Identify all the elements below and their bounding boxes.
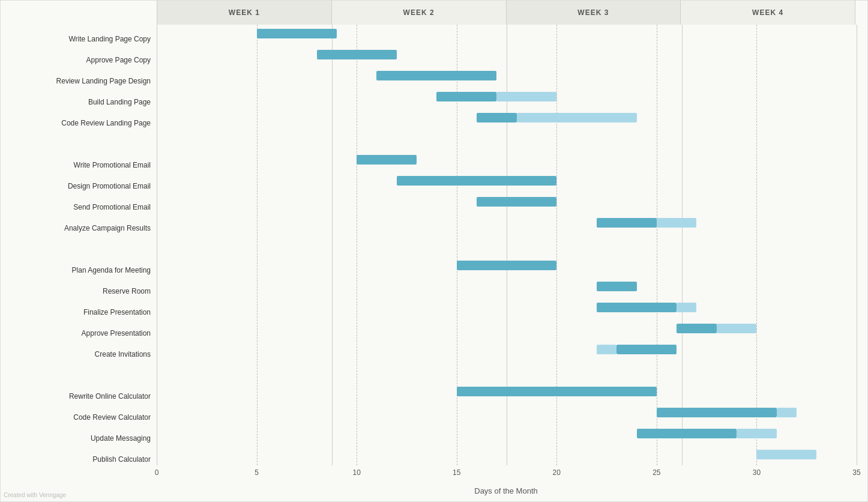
- task-labels: Write Landing Page CopyApprove Page Copy…: [1, 25, 157, 465]
- task-label: Code Review Landing Page: [61, 119, 151, 127]
- gantt-bar: [496, 92, 556, 101]
- x-axis-label: 20: [553, 468, 561, 477]
- gantt-bar: [436, 92, 496, 101]
- gantt-bar: [477, 113, 517, 122]
- task-label: Code Review Calculator: [73, 414, 151, 421]
- week-header-1: WEEK 1: [157, 1, 332, 25]
- grid-line-solid: [682, 25, 683, 465]
- gantt-bar: [257, 29, 337, 38]
- gantt-bar: [677, 303, 696, 312]
- chart-area: [157, 25, 855, 465]
- gantt-bar: [737, 429, 777, 438]
- gantt-bar: [657, 408, 777, 417]
- task-label: Design Promotional Email: [68, 183, 151, 190]
- gantt-bar: [657, 218, 697, 228]
- task-label: Rewrite Online Calculator: [69, 393, 151, 400]
- gantt-bar: [597, 345, 616, 354]
- grid-line-solid: [507, 25, 507, 465]
- gantt-bar: [677, 324, 717, 333]
- grid-line-dashed: [556, 25, 557, 465]
- x-axis-label: 0: [155, 468, 159, 477]
- grid-line-dashed: [357, 25, 357, 465]
- gantt-bar: [457, 387, 657, 396]
- task-label: Approve Page Copy: [86, 56, 151, 64]
- gantt-bar: [597, 282, 637, 291]
- x-axis-title: Days of the Month: [157, 486, 855, 495]
- gantt-bar: [637, 429, 737, 438]
- gantt-bar: [477, 197, 556, 207]
- x-axis-label: 35: [852, 468, 860, 477]
- grid-line-dashed: [657, 25, 657, 465]
- gantt-chart: WEEK 1WEEK 2WEEK 3WEEK 4 Write Landing P…: [0, 0, 868, 502]
- week-header-2: WEEK 2: [332, 1, 507, 25]
- gantt-bar: [317, 50, 397, 59]
- x-axis-label: 5: [255, 468, 259, 477]
- gantt-bar: [717, 324, 757, 333]
- task-label: Update Messaging: [91, 435, 151, 442]
- task-label: Publish Calculator: [92, 456, 151, 463]
- grid-line-dashed: [257, 25, 258, 465]
- week-header-3: WEEK 3: [507, 1, 681, 25]
- task-label: Review Landing Page Design: [56, 77, 151, 85]
- week-header-4: WEEK 4: [681, 1, 855, 25]
- gantt-bar: [597, 218, 657, 228]
- x-axis-label: 30: [753, 468, 761, 477]
- task-label: Write Landing Page Copy: [68, 35, 151, 43]
- grid-line-solid: [157, 25, 157, 465]
- grid-line-dashed: [756, 25, 757, 465]
- gantt-bar: [616, 345, 677, 354]
- task-label: Approve Presentation: [82, 330, 151, 337]
- x-axis-label: 15: [453, 468, 460, 477]
- gantt-bar: [457, 261, 557, 270]
- grid-line-dashed: [457, 25, 457, 465]
- gantt-bar: [517, 113, 637, 122]
- gantt-bar: [397, 176, 557, 186]
- week-headers: WEEK 1WEEK 2WEEK 3WEEK 4: [157, 1, 855, 25]
- gantt-bar: [597, 303, 677, 312]
- task-label: Finalize Presentation: [83, 309, 151, 316]
- gantt-bar: [357, 155, 417, 165]
- watermark: Created with Venngage: [4, 492, 66, 498]
- task-label: Plan Agenda for Meeting: [72, 267, 151, 274]
- grid-lines: [157, 25, 855, 465]
- gantt-bar: [756, 450, 816, 459]
- gantt-bar: [777, 408, 797, 417]
- task-label: Create Invitations: [95, 351, 151, 358]
- x-axis-label: 10: [352, 468, 360, 477]
- gantt-bar: [376, 71, 496, 80]
- task-label: Reserve Room: [103, 288, 151, 295]
- x-axis-label: 25: [653, 468, 660, 477]
- grid-line-solid: [332, 25, 333, 465]
- grid-line-solid: [857, 25, 857, 465]
- task-label: Write Promotional Email: [74, 162, 151, 169]
- task-label: Build Landing Page: [88, 98, 151, 106]
- task-label: Analyze Campaign Results: [64, 225, 151, 232]
- x-axis: 05101520253035 Days of the Month: [157, 465, 855, 501]
- task-label: Send Promotional Email: [73, 204, 151, 211]
